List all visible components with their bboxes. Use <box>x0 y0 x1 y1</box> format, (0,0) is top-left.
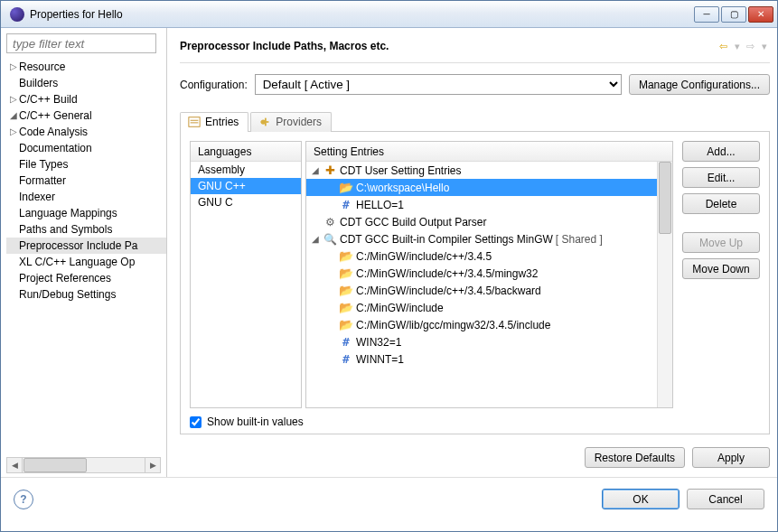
move-up-button[interactable]: Move Up <box>682 232 760 253</box>
tab-providers[interactable]: Providers <box>250 112 332 132</box>
entry-label: WINNT=1 <box>356 353 404 366</box>
entry-item[interactable]: 📂C:/MinGW/include <box>306 299 657 316</box>
edit-button[interactable]: Edit... <box>682 167 760 188</box>
nav-item[interactable]: ▷C/C++ Build <box>6 91 166 107</box>
entry-label: CDT User Setting Entries <box>340 164 462 177</box>
nav-label: Builders <box>19 75 58 91</box>
entries-vscroll[interactable] <box>657 162 672 407</box>
scroll-left-icon[interactable]: ◀ <box>7 458 23 472</box>
nav-item[interactable]: Documentation <box>6 140 166 156</box>
entry-label: HELLO=1 <box>356 199 404 211</box>
nav-item[interactable]: Formatter <box>6 173 166 189</box>
language-item[interactable]: Assembly <box>191 162 301 178</box>
entry-item[interactable]: 📂C:\workspace\Hello <box>306 179 657 196</box>
nav-tree[interactable]: ▷ResourceBuilders▷C/C++ Build◢C/C++ Gene… <box>6 59 166 453</box>
providers-icon <box>258 116 271 128</box>
languages-list[interactable]: AssemblyGNU C++GNU C <box>191 162 301 210</box>
entry-suffix: [ Shared ] <box>556 233 603 246</box>
entry-item[interactable]: #WIN32=1 <box>306 333 657 350</box>
folder-icon: 📂 <box>339 318 353 332</box>
expand-icon[interactable]: ▷ <box>8 59 19 75</box>
cancel-button[interactable]: Cancel <box>687 489 764 509</box>
expand-icon[interactable]: ◢ <box>310 165 320 175</box>
entry-item[interactable]: #HELLO=1 <box>306 196 657 213</box>
minimize-button[interactable]: ─ <box>694 6 719 23</box>
hash-icon: # <box>339 352 353 367</box>
close-button[interactable]: ✕ <box>748 6 773 23</box>
nav-label: C/C++ Build <box>19 91 78 107</box>
show-builtin-label: Show built-in values <box>207 415 304 428</box>
nav-item[interactable]: Run/Debug Settings <box>6 286 166 303</box>
nav-item[interactable]: File Types <box>6 156 166 173</box>
nav-fwd-icon[interactable]: ⇨ <box>745 41 756 52</box>
nav-back-icon[interactable]: ⇦ <box>717 41 729 52</box>
svg-rect-0 <box>189 117 200 127</box>
manage-config-button[interactable]: Manage Configurations... <box>629 74 770 95</box>
tree-hscroll[interactable]: ◀ ▶ <box>6 457 161 473</box>
nav-item[interactable]: Project References <box>6 270 166 286</box>
entry-label: C:/MinGW/include/c++/3.4.5 <box>356 250 492 263</box>
nav-back-menu-icon[interactable]: ▾ <box>731 41 743 52</box>
show-builtin-input[interactable] <box>190 416 202 428</box>
expand-icon[interactable]: ◢ <box>310 234 320 244</box>
apply-button[interactable]: Apply <box>692 447 770 468</box>
mag-icon: 🔍 <box>323 232 337 247</box>
nav-item[interactable]: ◢C/C++ General <box>6 107 166 124</box>
add-button[interactable]: Add... <box>682 141 760 162</box>
nav-label: Run/Debug Settings <box>19 286 116 303</box>
nav-fwd-menu-icon[interactable]: ▾ <box>758 41 770 52</box>
restore-defaults-button[interactable]: Restore Defaults <box>585 447 685 468</box>
languages-header: Languages <box>191 142 301 162</box>
expand-icon[interactable]: ◢ <box>8 107 19 124</box>
nav-item[interactable]: Paths and Symbols <box>6 221 166 238</box>
nav-label: Preprocessor Include Pa <box>19 238 137 254</box>
nav-item[interactable]: Builders <box>6 75 166 91</box>
folder-icon: 📂 <box>339 249 353 264</box>
entries-list[interactable]: ◢✚CDT User Setting Entries📂C:\workspace\… <box>306 162 672 368</box>
entry-label: CDT GCC Build Output Parser <box>340 216 487 229</box>
nav-item[interactable]: XL C/C++ Language Op <box>6 254 166 270</box>
tab-entries[interactable]: Entries <box>180 112 248 132</box>
entries-icon <box>188 116 201 128</box>
delete-button[interactable]: Delete <box>682 193 760 214</box>
nav-item[interactable]: ▷Resource <box>6 59 166 75</box>
entry-item[interactable]: 📂C:/MinGW/lib/gcc/mingw32/3.4.5/include <box>306 316 657 333</box>
entry-item[interactable]: ⚙CDT GCC Build Output Parser <box>306 213 657 230</box>
folder-icon: 📂 <box>339 284 353 298</box>
entries-header: Setting Entries <box>306 142 672 162</box>
entry-label: C:/MinGW/include/c++/3.4.5/mingw32 <box>356 267 538 280</box>
expand-icon[interactable]: ▷ <box>8 91 19 107</box>
nav-label: Documentation <box>19 140 92 156</box>
nav-label: XL C/C++ Language Op <box>19 254 135 270</box>
eclipse-icon <box>10 7 24 22</box>
entry-item[interactable]: ◢🔍CDT GCC Built-in Compiler Settings Min… <box>306 230 657 247</box>
vscroll-thumb[interactable] <box>659 162 671 234</box>
tab-entries-label: Entries <box>205 116 239 128</box>
nav-label: Resource <box>19 59 65 75</box>
expand-icon[interactable]: ▷ <box>8 124 19 140</box>
maximize-button[interactable]: ▢ <box>721 6 746 23</box>
nav-item[interactable]: ▷Code Analysis <box>6 124 166 140</box>
gear-icon: ⚙ <box>323 215 337 229</box>
entry-item[interactable]: #WINNT=1 <box>306 350 657 368</box>
config-select[interactable]: Default [ Active ] <box>255 74 622 95</box>
nav-item[interactable]: Indexer <box>6 189 166 205</box>
entry-item[interactable]: 📂C:/MinGW/include/c++/3.4.5/backward <box>306 282 657 299</box>
cdt-icon: ✚ <box>323 163 337 178</box>
entry-label: WIN32=1 <box>356 336 401 349</box>
entry-item[interactable]: ◢✚CDT User Setting Entries <box>306 162 657 179</box>
language-item[interactable]: GNU C++ <box>191 178 301 194</box>
entry-item[interactable]: 📂C:/MinGW/include/c++/3.4.5/mingw32 <box>306 265 657 282</box>
nav-item[interactable]: Preprocessor Include Pa <box>6 238 166 254</box>
language-item[interactable]: GNU C <box>191 194 301 210</box>
nav-item[interactable]: Language Mappings <box>6 205 166 221</box>
window-title: Properties for Hello <box>30 8 694 21</box>
scroll-thumb[interactable] <box>23 458 87 472</box>
entry-item[interactable]: 📂C:/MinGW/include/c++/3.4.5 <box>306 247 657 265</box>
ok-button[interactable]: OK <box>602 489 680 509</box>
move-down-button[interactable]: Move Down <box>682 258 760 279</box>
help-icon[interactable]: ? <box>14 490 33 509</box>
filter-input[interactable] <box>6 33 156 53</box>
show-builtin-checkbox[interactable]: Show built-in values <box>190 415 760 428</box>
scroll-right-icon[interactable]: ▶ <box>145 458 160 472</box>
